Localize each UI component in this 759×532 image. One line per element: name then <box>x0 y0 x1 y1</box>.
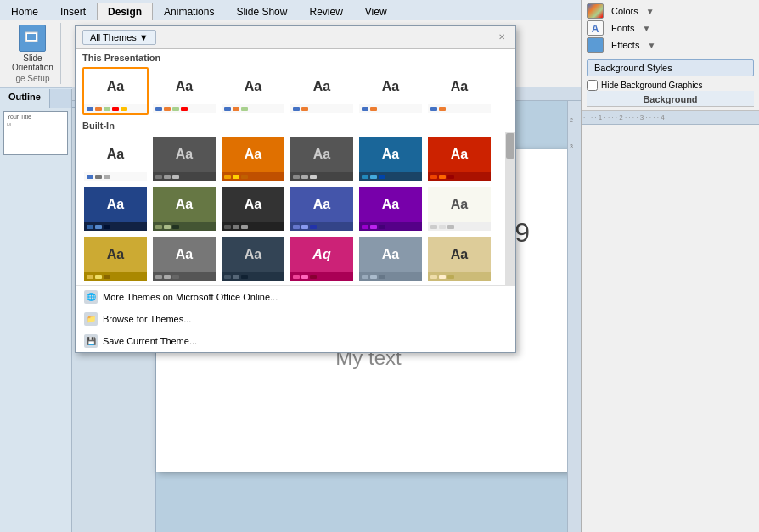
slide-orientation-button[interactable]: SlideOrientation <box>12 25 53 72</box>
effects-row: Effects ▼ <box>587 37 754 53</box>
tab-slideshow[interactable]: Slide Show <box>225 3 298 20</box>
theme-dots <box>84 104 147 113</box>
save-theme-label: Save Current Theme... <box>103 336 197 346</box>
dropdown-header: All Themes ▼ ✕ <box>76 26 515 49</box>
theme-item-5[interactable]: Aa <box>357 67 424 115</box>
builtin-theme-7[interactable]: Aa <box>82 185 149 232</box>
effects-dropdown-icon: ▼ <box>647 41 655 50</box>
vertical-ruler: 1 2 3 <box>567 89 581 532</box>
themes-scrollbar[interactable] <box>505 132 515 285</box>
theme-item-2[interactable]: Aa <box>151 67 217 115</box>
hide-bg-label: Hide Background Graphics <box>601 81 703 90</box>
rp-ruler: · · · · 1 · · · · 2 · · · · 3 · · · · 4 <box>582 111 759 125</box>
tab-review[interactable]: Review <box>298 3 353 20</box>
scrollbar-thumb <box>506 133 514 159</box>
right-panel: Colors ▼ A Fonts ▼ Effects ▼ Background … <box>581 0 759 532</box>
builtin-theme-3[interactable]: Aa <box>220 135 286 182</box>
slide-orientation-icon <box>19 25 46 52</box>
colors-button[interactable]: Colors <box>607 3 643 19</box>
save-theme-icon: 💾 <box>84 334 98 348</box>
more-themes-label: More Themes on Microsoft Office Online..… <box>103 292 278 302</box>
theme-item-6[interactable]: Aa <box>426 67 492 115</box>
tab-home[interactable]: Home <box>0 3 49 20</box>
builtin-theme-6[interactable]: Aa <box>426 135 492 182</box>
colors-dropdown-icon: ▼ <box>646 7 655 16</box>
theme-item-3[interactable]: Aa <box>220 67 286 115</box>
more-themes-item[interactable]: 🌐 More Themes on Microsoft Office Online… <box>76 286 515 308</box>
save-theme-item[interactable]: 💾 Save Current Theme... <box>76 330 515 352</box>
builtin-theme-10[interactable]: Aa <box>289 185 355 232</box>
tab-insert[interactable]: Insert <box>49 3 97 20</box>
background-section-header: Background <box>587 91 754 107</box>
colors-icon <box>587 3 604 19</box>
dropdown-footer: 🌐 More Themes on Microsoft Office Online… <box>76 285 515 352</box>
builtin-theme-14[interactable]: Aa <box>151 235 217 283</box>
browse-themes-item[interactable]: 📁 Browse for Themes... <box>76 308 515 330</box>
mini-slide-text: M... <box>4 121 67 128</box>
fonts-icon: A <box>587 20 604 36</box>
theme-preview: Aa <box>84 69 147 104</box>
fonts-row: A Fonts ▼ <box>587 20 754 36</box>
builtin-theme-13[interactable]: Aa <box>82 235 149 283</box>
builtin-theme-16[interactable]: Aq <box>289 235 355 283</box>
left-sidebar: Outline Your Title M... <box>0 89 72 532</box>
builtin-theme-5[interactable]: Aa <box>357 135 424 182</box>
built-in-label: Built-In <box>76 117 515 132</box>
svg-rect-1 <box>27 34 36 40</box>
browse-themes-icon: 📁 <box>84 312 98 326</box>
builtin-theme-8[interactable]: Aa <box>151 185 217 232</box>
fonts-dropdown-icon: ▼ <box>643 24 651 33</box>
background-styles-button[interactable]: Background Styles <box>587 59 754 76</box>
tab-view[interactable]: View <box>354 3 398 20</box>
sidebar-tabs: Outline <box>0 89 71 108</box>
effects-button[interactable]: Effects <box>607 37 644 53</box>
hide-bg-row: Hide Background Graphics <box>587 80 754 91</box>
built-in-themes: Aa Aa Aa Aa Aa Aa Aa Aa <box>76 132 515 285</box>
page-setup-label: ge Setup <box>15 74 49 83</box>
right-panel-ribbon: Colors ▼ A Fonts ▼ Effects ▼ Background … <box>582 0 759 111</box>
browse-themes-label: Browse for Themes... <box>103 314 191 324</box>
builtin-theme-15[interactable]: Aa <box>220 235 286 283</box>
fonts-button[interactable]: Fonts <box>607 20 639 36</box>
theme-item-current[interactable]: Aa <box>82 67 149 115</box>
slide-orientation-label: SlideOrientation <box>12 53 53 72</box>
builtin-theme-1[interactable]: Aa <box>82 135 149 182</box>
builtin-theme-9[interactable]: Aa <box>220 185 286 232</box>
theme-item-4[interactable]: Aa <box>289 67 355 115</box>
hide-bg-checkbox[interactable] <box>587 80 598 91</box>
builtin-theme-17[interactable]: Aa <box>357 235 424 283</box>
effects-icon <box>587 37 604 53</box>
builtin-theme-4[interactable]: Aa <box>289 135 355 182</box>
builtin-theme-11[interactable]: Aa <box>357 185 424 232</box>
mini-slide-title: Your Title <box>4 112 67 121</box>
slide-setup-group: SlideOrientation ge Setup <box>5 23 61 84</box>
tab-animations[interactable]: Animations <box>153 3 225 20</box>
more-themes-icon: 🌐 <box>84 290 98 304</box>
this-presentation-themes: Aa Aa Aa Aa <box>76 64 515 117</box>
mini-slide-1[interactable]: Your Title M... <box>3 111 68 155</box>
outline-tab[interactable]: Outline <box>0 89 50 108</box>
tab-design[interactable]: Design <box>97 3 153 20</box>
colors-row: Colors ▼ <box>587 3 754 19</box>
close-dropdown-icon[interactable]: ✕ <box>498 32 509 42</box>
this-presentation-label: This Presentation <box>76 49 515 64</box>
builtin-theme-18[interactable]: Aa <box>426 235 492 283</box>
builtin-theme-12[interactable]: Aa <box>426 185 492 232</box>
themes-dropdown: All Themes ▼ ✕ This Presentation Aa Aa A… <box>75 25 516 353</box>
all-themes-button[interactable]: All Themes ▼ <box>82 30 156 45</box>
builtin-theme-2[interactable]: Aa <box>151 135 217 182</box>
